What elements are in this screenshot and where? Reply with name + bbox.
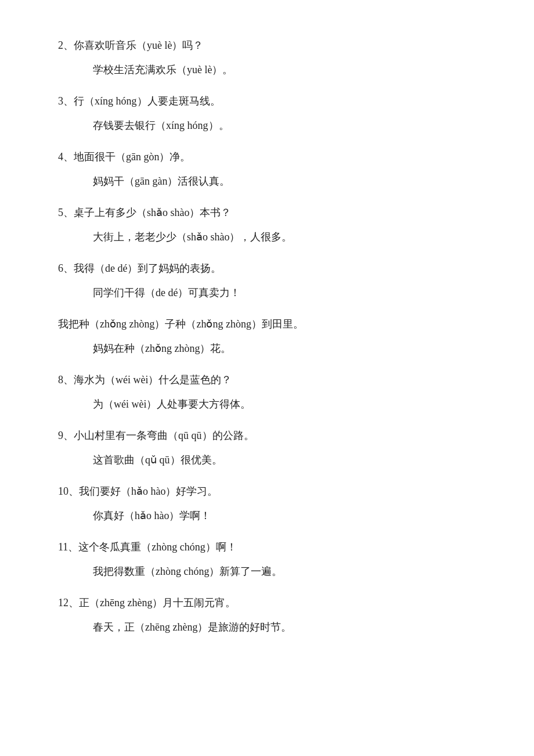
text-line: 11、这个冬瓜真重（zhòng chóng）啊！ [58,537,488,557]
text-line: 同学们干得（de dé）可真卖力！ [58,282,488,303]
content-block-item-2: 2、你喜欢听音乐（yuè lè）吗？学校生活充满欢乐（yuè lè）。 [58,35,488,80]
text-line: 2、你喜欢听音乐（yuè lè）吗？ [58,35,488,56]
content-block-item-7: 我把种（zhǒng zhòng）子种（zhǒng zhòng）到田里。妈妈在种（… [58,314,488,359]
content-block-item-6: 6、我得（de dé）到了妈妈的表扬。同学们干得（de dé）可真卖力！ [58,258,488,303]
text-line: 8、海水为（wéi wèi）什么是蓝色的？ [58,369,488,390]
text-line: 12、正（zhēng zhèng）月十五闹元宵。 [58,592,488,613]
content-block-item-8: 8、海水为（wéi wèi）什么是蓝色的？为（wéi wèi）人处事要大方得体。 [58,369,488,415]
content-block-item-10: 10、我们要好（hǎo hào）好学习。你真好（hǎo hào）学啊！ [58,481,488,526]
text-line: 4、地面很干（gān gòn）净。 [58,146,488,167]
text-line: 10、我们要好（hǎo hào）好学习。 [58,481,488,502]
text-line: 存钱要去银行（xíng hóng）。 [58,115,488,136]
text-line: 这首歌曲（qǔ qū）很优美。 [58,449,488,470]
text-line: 6、我得（de dé）到了妈妈的表扬。 [58,258,488,279]
text-line: 我把种（zhǒng zhòng）子种（zhǒng zhòng）到田里。 [58,314,488,334]
content-block-item-4: 4、地面很干（gān gòn）净。妈妈干（gān gàn）活很认真。 [58,146,488,192]
text-line: 9、小山村里有一条弯曲（qū qū）的公路。 [58,425,488,446]
text-line: 妈妈干（gān gàn）活很认真。 [58,171,488,192]
text-line: 学校生活充满欢乐（yuè lè）。 [58,59,488,80]
text-line: 5、桌子上有多少（shǎo shào）本书？ [58,202,488,223]
text-line: 我把得数重（zhòng chóng）新算了一遍。 [58,561,488,582]
text-line: 春天，正（zhēng zhèng）是旅游的好时节。 [58,617,488,638]
main-content: 2、你喜欢听音乐（yuè lè）吗？学校生活充满欢乐（yuè lè）。3、行（x… [58,35,488,638]
content-block-item-3: 3、行（xíng hóng）人要走斑马线。存钱要去银行（xíng hóng）。 [58,91,488,136]
text-line: 你真好（hǎo hào）学啊！ [58,505,488,526]
content-block-item-11: 11、这个冬瓜真重（zhòng chóng）啊！我把得数重（zhòng chón… [58,537,488,582]
text-line: 大街上，老老少少（shǎo shào），人很多。 [58,226,488,247]
text-line: 为（wéi wèi）人处事要大方得体。 [58,394,488,415]
text-line: 妈妈在种（zhǒng zhòng）花。 [58,338,488,359]
text-line: 3、行（xíng hóng）人要走斑马线。 [58,91,488,111]
content-block-item-9: 9、小山村里有一条弯曲（qū qū）的公路。这首歌曲（qǔ qū）很优美。 [58,425,488,470]
content-block-item-12: 12、正（zhēng zhèng）月十五闹元宵。春天，正（zhēng zhèng… [58,592,488,638]
content-block-item-5: 5、桌子上有多少（shǎo shào）本书？大街上，老老少少（shǎo shào… [58,202,488,247]
